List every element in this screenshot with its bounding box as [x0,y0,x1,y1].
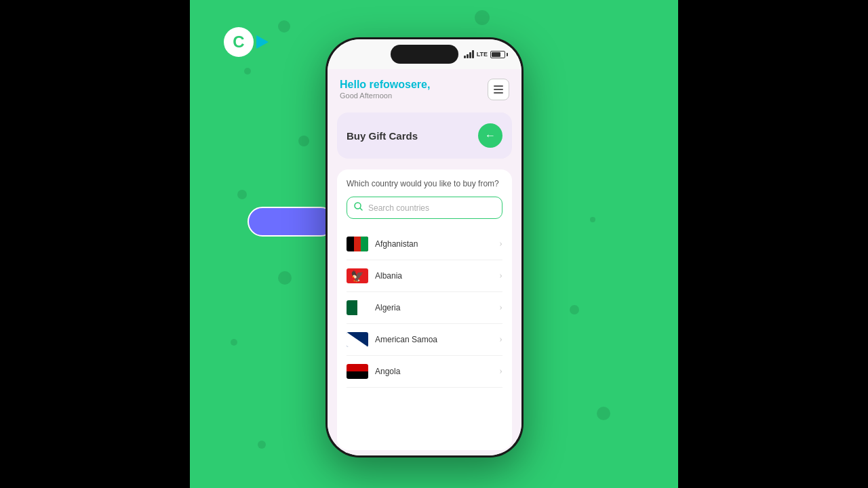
buy-gift-cards-section: Buy Gift Cards ← [337,113,512,159]
country-name-american-samoa: American Samoa [375,335,437,344]
flag-algeria [347,300,368,315]
menu-line-1 [494,85,503,87]
right-panel [678,0,868,488]
country-item-american-samoa[interactable]: American Samoa › [347,324,502,356]
country-name-algeria: Algeria [375,303,400,312]
country-item-angola[interactable]: Angola › [347,356,502,388]
country-question: Which country would you like to buy from… [347,179,502,188]
country-left-algeria: Algeria [347,300,400,315]
logo: C [224,27,269,57]
country-left-albania: 🦅 Albania [347,268,402,283]
search-box[interactable]: Search countries [347,197,502,219]
blue-rect-decoration [248,207,336,237]
menu-line-2 [494,89,503,90]
flag-albania: 🦅 [347,268,368,283]
flag-afghanistan [347,237,368,251]
greeting-hello: Hello refowosere, [340,79,430,91]
chevron-right-angola: › [499,366,502,377]
greeting-sub: Good Afternoon [340,92,430,100]
svg-line-1 [360,208,362,210]
battery-fill [492,52,500,57]
chevron-right-american-samoa: › [499,334,502,345]
flag-angola [347,364,368,379]
lte-label: LTE [477,51,488,58]
notch [391,45,458,64]
back-button[interactable]: ← [478,123,502,148]
phone-mockup: LTE Hello refowosere, Good Afternoon [326,37,524,458]
battery-icon [490,51,508,58]
country-name-afghanistan: Afghanistan [375,239,418,249]
battery-body [490,51,505,58]
battery-tip [507,53,508,56]
menu-button[interactable] [488,79,509,100]
center-panel: C LTE [190,0,678,488]
country-left-angola: Angola [347,364,400,379]
country-item-albania[interactable]: 🦅 Albania › [347,260,502,292]
greeting-block: Hello refowosere, Good Afternoon [340,79,430,100]
chevron-right-albania: › [499,270,502,281]
country-section: Which country would you like to buy from… [337,169,512,450]
country-item-algeria[interactable]: Algeria › [347,292,502,324]
app-content: Hello refowosere, Good Afternoon Buy Gif… [328,69,521,455]
search-placeholder: Search countries [368,203,429,213]
chevron-right-afghanistan: › [499,239,502,249]
signal-icons: LTE [464,50,508,58]
flag-american-samoa [347,332,368,347]
country-name-angola: Angola [375,367,400,376]
logo-letter: C [224,27,254,57]
signal-bars [464,50,474,58]
country-item-afghanistan[interactable]: Afghanistan › [347,228,502,260]
search-icon [354,202,363,214]
country-left-american-samoa: American Samoa [347,332,437,347]
country-left-afghanistan: Afghanistan [347,237,418,251]
logo-arrow-icon [256,35,269,49]
country-list: Afghanistan › 🦅 Albania › [347,228,502,388]
left-panel [0,0,190,488]
country-name-albania: Albania [375,271,402,281]
menu-line-3 [494,92,503,94]
chevron-right-algeria: › [499,302,502,313]
phone-screen: LTE Hello refowosere, Good Afternoon [328,39,521,455]
buy-gift-cards-title: Buy Gift Cards [347,130,418,142]
back-arrow-icon: ← [485,129,496,142]
app-header: Hello refowosere, Good Afternoon [328,69,521,107]
status-bar: LTE [328,39,521,69]
